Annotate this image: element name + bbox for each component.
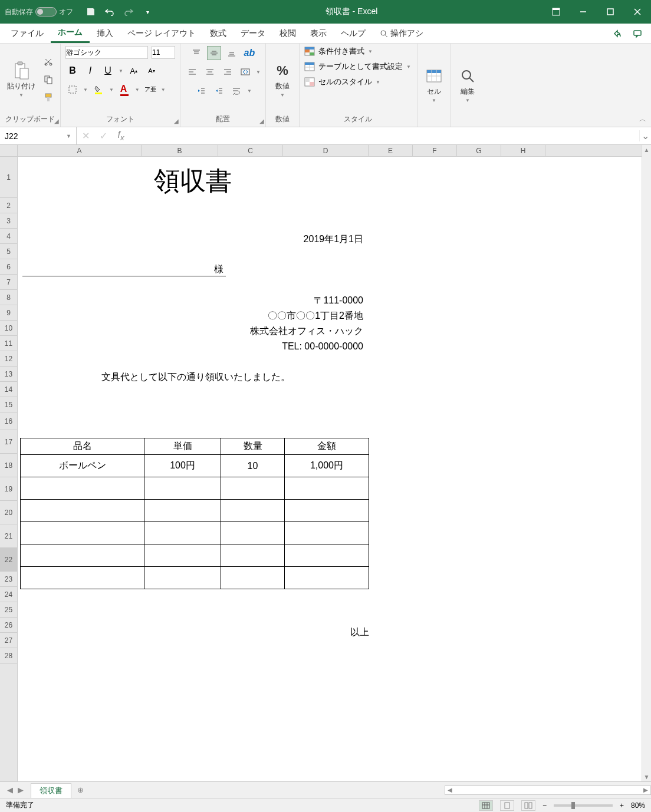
close-button[interactable] (624, 0, 651, 24)
decrease-indent-button[interactable] (194, 84, 208, 98)
row-header[interactable]: 10 (0, 321, 17, 336)
row-header[interactable]: 17 (0, 430, 17, 454)
row-header[interactable]: 25 (0, 602, 17, 618)
sheet-nav-prev-icon[interactable]: ◀ (7, 785, 13, 794)
row-header[interactable]: 8 (0, 290, 17, 305)
format-as-table-button[interactable]: テーブルとして書式設定 ▼ (304, 61, 411, 72)
row-header[interactable]: 12 (0, 351, 17, 367)
row-header[interactable]: 11 (0, 336, 17, 351)
row-header[interactable]: 24 (0, 587, 17, 602)
page-break-view-button[interactable] (521, 800, 535, 811)
row-header[interactable]: 14 (0, 382, 17, 397)
column-headers[interactable]: A B C D E F G H (18, 145, 642, 157)
dialog-launcher-icon[interactable]: ◢ (259, 118, 264, 124)
comments-button[interactable] (627, 24, 647, 43)
row-header[interactable]: 22 (0, 548, 17, 572)
horizontal-scrollbar[interactable]: ◀ ▶ (445, 785, 651, 795)
tab-insert[interactable]: 挿入 (90, 24, 120, 43)
row-header[interactable]: 2 (0, 198, 17, 213)
cut-button[interactable] (41, 55, 55, 69)
tab-view[interactable]: 表示 (303, 24, 334, 43)
row-header[interactable]: 9 (0, 305, 17, 321)
row-header[interactable]: 19 (0, 477, 17, 501)
tab-data[interactable]: データ (234, 24, 272, 43)
align-top-button[interactable] (189, 46, 203, 60)
col-F[interactable]: F (413, 145, 457, 156)
share-button[interactable] (607, 24, 627, 43)
row-header[interactable]: 26 (0, 618, 17, 633)
maximize-button[interactable] (597, 0, 624, 24)
row-header[interactable]: 6 (0, 259, 17, 275)
copy-button[interactable] (41, 72, 55, 87)
undo-icon[interactable] (104, 6, 116, 18)
minimize-button[interactable] (570, 0, 597, 24)
conditional-formatting-button[interactable]: 条件付き書式 ▼ (304, 46, 373, 57)
ribbon-mode-icon[interactable] (542, 0, 570, 24)
underline-button[interactable]: U (101, 64, 115, 78)
worksheet-grid[interactable]: A B C D E F G H 123456789101112131415161… (0, 145, 651, 781)
cells-area[interactable]: 領収書 2019年1月1日 様 〒111-0000 〇〇市〇〇1丁目2番地 株式… (18, 157, 642, 781)
sheet-tab-active[interactable]: 領収書 (31, 783, 71, 798)
scroll-right-icon[interactable]: ▶ (641, 787, 650, 793)
row-header[interactable]: 21 (0, 524, 17, 548)
number-format-button[interactable]: % 数値 ▼ (271, 59, 294, 100)
redo-icon[interactable] (123, 6, 134, 18)
increase-indent-button[interactable] (212, 84, 226, 98)
zoom-level[interactable]: 80% (631, 801, 645, 810)
row-header[interactable]: 18 (0, 454, 17, 477)
tell-me-search[interactable]: 操作アシ (373, 24, 430, 43)
font-size-input[interactable] (152, 46, 175, 59)
tab-formulas[interactable]: 数式 (203, 24, 234, 43)
collapse-ribbon-icon[interactable]: ︿ (639, 114, 646, 124)
cell-styles-button[interactable]: セルのスタイル ▼ (304, 77, 380, 87)
tab-help[interactable]: ヘルプ (334, 24, 373, 43)
orientation-button[interactable]: ab (242, 46, 257, 60)
dialog-launcher-icon[interactable]: ◢ (54, 118, 59, 124)
normal-view-button[interactable] (479, 800, 493, 811)
dialog-launcher-icon[interactable]: ◢ (174, 118, 179, 124)
tab-review[interactable]: 校閲 (272, 24, 303, 43)
row-header[interactable]: 13 (0, 367, 17, 382)
vertical-scrollbar[interactable]: ▲ ▼ (642, 145, 651, 781)
qat-customize-icon[interactable]: ▾ (142, 6, 153, 18)
scroll-up-icon[interactable]: ▲ (642, 145, 651, 154)
font-name-input[interactable] (65, 46, 148, 59)
row-headers[interactable]: 1234567891011121314151617181920212223242… (0, 157, 18, 781)
zoom-in-button[interactable]: + (620, 801, 624, 810)
fill-color-button[interactable] (91, 82, 106, 97)
tab-page-layout[interactable]: ページ レイアウト (120, 24, 203, 43)
formula-input[interactable] (130, 131, 639, 141)
align-bottom-button[interactable] (225, 46, 239, 60)
fx-button[interactable]: fx (112, 130, 130, 142)
tab-file[interactable]: ファイル (4, 24, 51, 43)
scroll-down-icon[interactable]: ▼ (642, 772, 651, 781)
scroll-left-icon[interactable]: ◀ (445, 787, 455, 793)
row-header[interactable]: 5 (0, 244, 17, 259)
wrap-text-button[interactable] (229, 84, 244, 98)
phonetic-button[interactable]: ア亜 (143, 82, 157, 97)
zoom-out-button[interactable]: − (542, 801, 547, 810)
align-right-button[interactable] (221, 65, 235, 79)
col-E[interactable]: E (369, 145, 413, 156)
editing-button[interactable]: 編集 ▼ (456, 64, 479, 105)
autosave-toggle[interactable]: 自動保存 オフ (0, 7, 78, 17)
font-color-button[interactable]: A (117, 82, 131, 97)
format-painter-button[interactable] (41, 90, 55, 104)
zoom-slider[interactable] (554, 804, 613, 807)
row-header[interactable]: 1 (0, 157, 17, 198)
expand-formula-bar-icon[interactable]: ⌄ (639, 130, 651, 141)
merge-button[interactable] (238, 65, 252, 79)
row-header[interactable]: 20 (0, 501, 17, 524)
row-header[interactable]: 3 (0, 213, 17, 229)
cancel-formula-button[interactable]: ✕ (77, 130, 94, 141)
align-center-button[interactable] (203, 65, 217, 79)
paste-button[interactable]: 貼り付け ▼ (5, 59, 38, 100)
row-header[interactable]: 27 (0, 633, 17, 648)
row-header[interactable]: 15 (0, 397, 17, 412)
italic-button[interactable]: I (83, 64, 97, 78)
col-A[interactable]: A (18, 145, 142, 156)
new-sheet-button[interactable]: ⊕ (77, 785, 84, 794)
bold-button[interactable]: B (65, 64, 80, 78)
col-H[interactable]: H (501, 145, 545, 156)
cells-button[interactable]: セル ▼ (422, 64, 446, 105)
